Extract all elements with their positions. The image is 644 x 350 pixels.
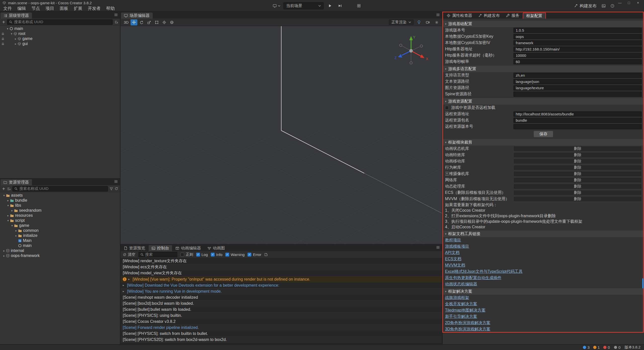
lock-icon[interactable] <box>2 32 4 35</box>
panel-menu-icon[interactable] <box>114 180 118 183</box>
console-log-row[interactable]: [Scene] [bullet]:bullet wasm lib loaded. <box>120 307 442 313</box>
move-tool-button[interactable] <box>131 19 137 25</box>
tree-item-root[interactable]: ▾ root <box>0 31 120 36</box>
tree-item-script[interactable]: ▾ script <box>0 218 120 223</box>
scene-light-toggle[interactable] <box>416 19 422 25</box>
chevron-right-icon[interactable]: ▸ <box>14 42 18 46</box>
module-dynamic-delete-button[interactable]: 删除 <box>513 184 642 189</box>
section-header[interactable]: ▾ 框架模块裁剪 <box>443 139 644 146</box>
clear-console-button[interactable]: 清空 <box>123 252 135 257</box>
export-log-icon[interactable] <box>264 253 268 256</box>
remote-load-toggle-checkbox[interactable] <box>445 106 449 110</box>
assets-panel-tab[interactable]: 资源管理器 <box>1 179 32 185</box>
remote-server-input[interactable] <box>513 111 642 117</box>
tree-item-internal[interactable]: ▸ internal <box>0 248 120 253</box>
console-log-row[interactable]: [Scene] [box2d]:box2d wasm lib loaded. <box>120 300 442 307</box>
preview-device-button[interactable] <box>273 4 280 8</box>
crypto-iv-input[interactable] <box>513 40 642 46</box>
console-log-row[interactable]: [Window] model_view文件夹存在 <box>120 270 442 276</box>
tree-item-main[interactable]: ▾ main <box>0 26 120 31</box>
Warning-checkbox[interactable] <box>225 253 229 256</box>
hierarchy-search-input[interactable]: 搜索名称或 UUID <box>7 19 113 25</box>
link-excel[interactable]: Excel格式转Json文件与TypeScript代码工具 <box>445 269 523 274</box>
console-log-row[interactable]: [Scene] [PHYSICS2D]: switch from box2d-w… <box>120 337 442 343</box>
build-publish-button[interactable]: 构建发布 <box>574 3 597 9</box>
chevron-right-icon[interactable]: ▸ <box>128 278 131 281</box>
camera-settings-button[interactable] <box>424 19 431 25</box>
render-mode-dropdown[interactable]: 正常渲染 <box>389 19 414 25</box>
tree-item-gui[interactable]: ▸ gui <box>0 41 120 46</box>
text-res-path-input[interactable] <box>513 79 642 84</box>
chevron-right-icon[interactable]: ▸ <box>10 209 14 212</box>
module-effect-delete-button[interactable]: 删除 <box>513 152 642 158</box>
pivot-toggle-button[interactable] <box>161 19 168 25</box>
link-hotupdate[interactable]: 原生包热更新配置自动生成插件 <box>445 275 501 281</box>
link-animator-editor[interactable]: 动画状态机编辑器 <box>445 282 477 287</box>
remote-version-input[interactable] <box>513 124 642 129</box>
crypto-key-input[interactable] <box>513 34 642 39</box>
lock-icon[interactable] <box>2 42 4 45</box>
tree-item-seedrandom[interactable]: ▸ seedrandom <box>0 208 120 213</box>
game-version-input[interactable] <box>513 28 642 33</box>
chevron-right-icon[interactable]: ▸ <box>2 249 6 252</box>
world-local-toggle[interactable] <box>168 19 175 25</box>
layout-button[interactable] <box>357 4 361 8</box>
module-mvvm-delete-button[interactable]: 删除 <box>513 196 642 202</box>
create-asset-button[interactable] <box>2 187 5 190</box>
scene-viewport[interactable]: X Y Z <box>120 26 442 244</box>
console-log-row[interactable]: [Scene] [PHYSICS]: using builtin. <box>120 313 442 319</box>
Error-checkbox[interactable] <box>248 253 251 256</box>
chevron-right-icon[interactable]: ▸ <box>14 37 18 40</box>
console-search-input[interactable]: 搜索 <box>138 252 177 257</box>
link-tiledmap[interactable]: Tiledmap地图解决方案 <box>445 308 486 313</box>
chevron-right-icon[interactable]: ▸ <box>14 229 18 232</box>
screenshot-icon[interactable] <box>602 4 606 8</box>
console-log-row[interactable]: [Scene] Forward render pipeline initiali… <box>120 325 442 331</box>
console-log-row[interactable]: [Window] ecs文件夹存在 <box>120 264 442 270</box>
console-log-row[interactable]: [Window] render_texture文件夹存在 <box>120 258 442 264</box>
panel-menu-icon[interactable] <box>436 246 440 249</box>
filter-Log[interactable]: Log <box>196 252 208 257</box>
section-header[interactable]: ▾ 游戏基础配置 <box>443 21 644 27</box>
image-res-path-input[interactable] <box>513 85 642 91</box>
console-tab-资源预览[interactable]: 资源预览 <box>121 245 148 251</box>
panel-menu-icon[interactable] <box>436 13 440 16</box>
link-fullstack[interactable]: 全栈开发解决方案 <box>445 301 477 307</box>
scale-tool-button[interactable] <box>146 19 152 25</box>
remote-bundle-input[interactable] <box>513 118 642 123</box>
chevron-down-icon[interactable]: ▾ <box>6 219 10 222</box>
create-node-button[interactable] <box>2 20 5 24</box>
fps-input[interactable] <box>513 59 642 64</box>
console-tab-动画编辑器[interactable]: 动画编辑器 <box>173 245 204 251</box>
languages-input[interactable] <box>513 73 642 78</box>
link-slg[interactable]: 战旗游戏框架 <box>445 295 469 300</box>
spine-res-path-input[interactable] <box>513 92 642 97</box>
http-timeout-input[interactable] <box>513 53 642 58</box>
tree-item-resources[interactable]: ▸ resources <box>0 213 120 218</box>
link-mvvm[interactable]: MVVM文档 <box>445 263 465 268</box>
minimize-button[interactable]: — <box>615 0 624 6</box>
link-3drpg[interactable]: 3D角色扮演游戏解决方案 <box>445 327 490 332</box>
module-animator-delete-button[interactable]: 删除 <box>513 146 642 151</box>
console-log-row[interactable]: ▸ [Window] You are running Vue in develo… <box>120 288 442 294</box>
regex-checkbox[interactable] <box>180 253 184 256</box>
tree-item-initialize[interactable]: ▸ initialize <box>0 233 120 238</box>
chevron-right-icon[interactable]: ▸ <box>123 284 125 287</box>
http-server-input[interactable] <box>513 47 642 52</box>
console-log-row[interactable]: ! ▸ [Window] [Vue warn]: Property "onInp… <box>120 276 442 282</box>
maximize-button[interactable]: □ <box>624 0 633 6</box>
chevron-down-icon[interactable]: ▾ <box>6 27 10 30</box>
chevron-right-icon[interactable]: ▸ <box>6 214 10 217</box>
step-button[interactable] <box>337 4 344 8</box>
menu-item-项目[interactable]: 项目 <box>43 6 57 12</box>
tree-item-bundle[interactable]: ▸ bundle <box>0 198 120 203</box>
tree-item-game[interactable]: ▾ game <box>0 223 120 228</box>
console-log-row[interactable]: [Scene] Cocos Creator v3.8.2 <box>120 319 442 325</box>
chevron-down-icon[interactable]: ▾ <box>10 32 14 35</box>
tree-item-main[interactable]: main <box>0 243 120 248</box>
filter-icon[interactable] <box>110 187 113 190</box>
scrollbar-thumb[interactable] <box>642 278 643 288</box>
module-network-delete-button[interactable]: 删除 <box>513 178 642 183</box>
chevron-right-icon[interactable]: ▸ <box>2 254 6 257</box>
tree-item-oops-framework[interactable]: ▸ oops-framework <box>0 253 120 258</box>
